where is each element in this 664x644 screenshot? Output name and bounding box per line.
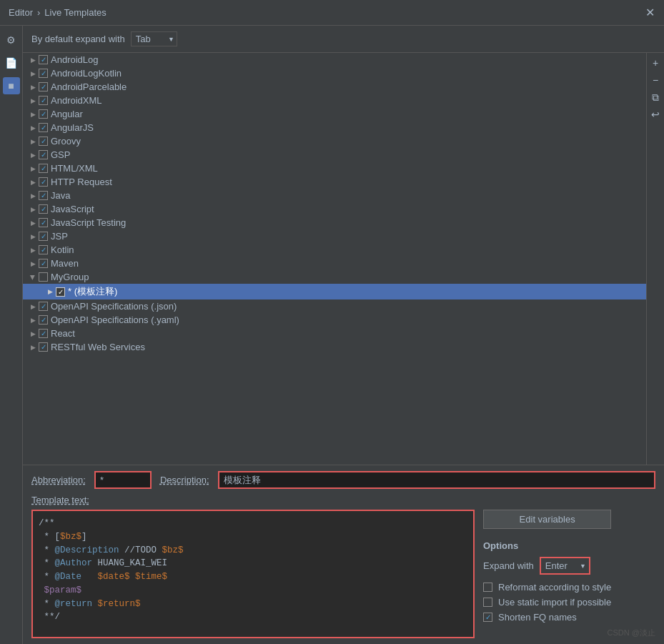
checkbox-javascripttesting[interactable] [39, 218, 48, 227]
label-java: Java [51, 190, 70, 201]
static-import-label: Use static import if possible [498, 597, 611, 608]
reformat-checkbox[interactable] [483, 583, 492, 592]
arrow-java: ▶ [29, 192, 37, 200]
checkbox-androidxml[interactable] [39, 96, 48, 105]
arrow-mygroup-child: ▶ [46, 287, 54, 296]
tree-item-mygroup-child[interactable]: ▶ * (模板注释) [23, 284, 646, 299]
code-line-3: * @Description //TODO $bz$ [39, 544, 467, 558]
checkbox-openapiyaml[interactable] [39, 315, 48, 325]
checkbox-mygroup-child[interactable] [56, 287, 65, 297]
copy-button[interactable]: ⧉ [648, 90, 663, 104]
arrow-androidxml: ▶ [29, 96, 37, 105]
sidebar-icon-settings[interactable]: ⚙ [3, 31, 20, 49]
abbreviation-input[interactable] [94, 471, 152, 489]
label-restful: RESTful Web Services [51, 342, 145, 352]
tree-item-angular[interactable]: ▶ Angular [23, 107, 646, 121]
close-button[interactable]: ✕ [644, 7, 655, 19]
checkbox-angular[interactable] [39, 109, 48, 119]
remove-button[interactable]: − [648, 73, 663, 87]
checkbox-react[interactable] [39, 329, 48, 338]
arrow-htmlxml: ▶ [29, 164, 37, 173]
label-androidparcelable: AndroidParcelable [51, 81, 127, 92]
label-androidlogkotlin: AndroidLogKotlin [51, 68, 122, 79]
code-line-4: * @Author HUANG_KAI_WEI [39, 557, 467, 570]
tree-item-androidlogkotlin[interactable]: ▶ AndroidLogKotlin [23, 66, 646, 80]
checkbox-jsp[interactable] [39, 232, 48, 241]
tree-item-java[interactable]: ▶ Java [23, 189, 646, 202]
template-editor[interactable]: /** * [$bz$] * @Description //TODO $bz$ … [31, 510, 475, 638]
checkbox-angularjs[interactable] [39, 123, 48, 132]
checkbox-androidlog[interactable] [39, 55, 48, 64]
checkbox-restful[interactable] [39, 342, 48, 352]
tree-item-gsp[interactable]: ▶ GSP [23, 148, 646, 162]
arrow-androidlogkotlin: ▶ [29, 69, 37, 78]
label-javascript: JavaScript [51, 204, 94, 214]
tree-item-jsp[interactable]: ▶ JSP [23, 229, 646, 243]
checkbox-kotlin[interactable] [39, 245, 48, 254]
tree-item-react[interactable]: ▶ React [23, 327, 646, 340]
checkbox-openapijson[interactable] [39, 302, 48, 311]
checkbox-androidparcelable[interactable] [39, 82, 48, 91]
checkbox-gsp[interactable] [39, 150, 48, 159]
main-panel: By default expand with Tab Enter Space ▶ [23, 26, 664, 644]
expand-option-select-wrapper[interactable]: Enter Tab Space [540, 557, 590, 575]
tree-item-openapijson[interactable]: ▶ OpenAPI Specifications (.json) [23, 299, 646, 313]
checkbox-javascript[interactable] [39, 204, 48, 214]
label-mygroup: MyGroup [51, 272, 89, 282]
label-openapiyaml: OpenAPI Specifications (.yaml) [51, 314, 179, 325]
tree-item-kotlin[interactable]: ▶ Kotlin [23, 243, 646, 257]
static-import-checkbox[interactable] [483, 598, 492, 607]
code-line-5: * @Date $date$ $time$ [39, 570, 467, 584]
content-area: ⚙ 📄 ■ By default expand with Tab Enter S… [0, 26, 664, 644]
checkbox-htmlxml[interactable] [39, 164, 48, 173]
edit-variables-button[interactable]: Edit variables [483, 510, 611, 529]
shorten-fq-checkbox[interactable] [483, 613, 492, 622]
expand-select[interactable]: Tab Enter Space [131, 31, 177, 46]
tree-item-httprequest[interactable]: ▶ HTTP Request [23, 175, 646, 189]
tree-item-androidparcelable[interactable]: ▶ AndroidParcelable [23, 80, 646, 94]
top-bar: By default expand with Tab Enter Space [23, 26, 664, 53]
tree-item-javascripttesting[interactable]: ▶ JavaScript Testing [23, 216, 646, 229]
tree-item-htmlxml[interactable]: ▶ HTML/XML [23, 162, 646, 175]
template-section: Template text: /** * [$bz$] * @Descripti… [31, 495, 655, 638]
reformat-row: Reformat according to style [483, 582, 611, 593]
expand-select-wrapper[interactable]: Tab Enter Space [131, 31, 177, 46]
tree-scroll-container: ▶ AndroidLog ▶ AndroidLogKotlin ▶ Androi… [23, 53, 664, 465]
fields-row: Abbreviation: Description: [31, 471, 655, 489]
tree-item-maven[interactable]: ▶ Maven [23, 257, 646, 270]
code-line-7: * @return $return$ [39, 598, 467, 611]
options-label: Options [483, 540, 611, 551]
tree-item-androidxml[interactable]: ▶ AndroidXML [23, 94, 646, 107]
vert-buttons: + − ⧉ ↩ [646, 53, 664, 465]
expand-option-select[interactable]: Enter Tab Space [540, 557, 590, 575]
add-button[interactable]: + [648, 56, 663, 70]
tree-item-groovy[interactable]: ▶ Groovy [23, 134, 646, 148]
tree-item-mygroup[interactable]: ▶ MyGroup [23, 270, 646, 284]
expand-with-row: Expand with Enter Tab Space [483, 557, 611, 575]
dialog: Editor › Live Templates ✕ ⚙ 📄 ■ By defau… [0, 0, 664, 644]
label-angular: Angular [51, 109, 83, 119]
sidebar-icon-file[interactable]: 📄 [3, 54, 20, 71]
shorten-fq-label: Shorten FQ names [498, 612, 577, 623]
tree-item-javascript[interactable]: ▶ JavaScript [23, 202, 646, 216]
label-androidlog: AndroidLog [51, 54, 99, 65]
arrow-javascripttesting: ▶ [29, 219, 37, 227]
tree-item-openapiyaml[interactable]: ▶ OpenAPI Specifications (.yaml) [23, 313, 646, 327]
checkbox-mygroup[interactable] [39, 272, 48, 282]
description-input[interactable] [218, 471, 655, 489]
label-jsp: JSP [51, 231, 68, 242]
sidebar-icon-active[interactable]: ■ [3, 77, 20, 94]
tree-item-androidlog[interactable]: ▶ AndroidLog [23, 53, 646, 66]
tree-item-angularjs[interactable]: ▶ AngularJS [23, 121, 646, 134]
label-mygroup-child: * (模板注释) [68, 285, 117, 298]
checkbox-maven[interactable] [39, 259, 48, 268]
undo-button[interactable]: ↩ [648, 107, 663, 122]
checkbox-httprequest[interactable] [39, 177, 48, 187]
tree-item-restful[interactable]: ▶ RESTful Web Services [23, 340, 646, 354]
template-body: /** * [$bz$] * @Description //TODO $bz$ … [31, 510, 655, 638]
checkbox-groovy[interactable] [39, 137, 48, 146]
checkbox-androidlogkotlin[interactable] [39, 69, 48, 78]
checkbox-java[interactable] [39, 191, 48, 200]
expand-option-row: Expand with Enter Tab Space [483, 557, 611, 575]
template-label: Template text: [31, 495, 655, 505]
